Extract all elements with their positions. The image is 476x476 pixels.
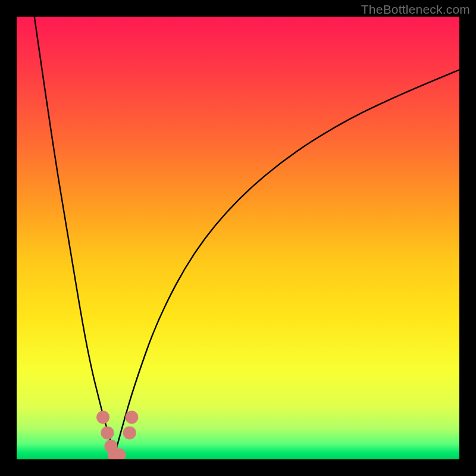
data-markers [96, 411, 138, 459]
data-marker-6 [125, 411, 138, 424]
watermark-text: TheBottleneck.com [361, 2, 470, 17]
data-marker-5 [123, 426, 136, 439]
data-marker-0 [96, 411, 109, 424]
data-marker-1 [101, 426, 114, 439]
chart-frame: TheBottleneck.com [0, 0, 476, 476]
curve-overlay [17, 17, 459, 459]
bottleneck-curve [35, 17, 459, 457]
plot-area [17, 17, 459, 459]
